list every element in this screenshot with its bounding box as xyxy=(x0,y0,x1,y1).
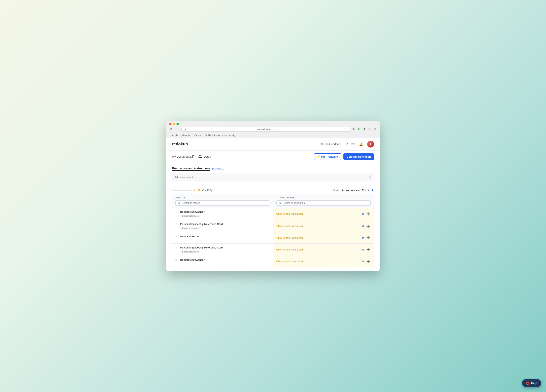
table-row: 5 Bernard Aschwanden Click to add transl… xyxy=(172,256,374,267)
source-search-icon: 🔍 xyxy=(178,202,181,204)
row-2-copy-icon[interactable]: ⧉ xyxy=(361,224,365,228)
table-header: SOURCE 🔍 TRANSLATION 🔍 xyxy=(172,194,374,208)
row-3-source-content: www.adobe.com xyxy=(180,235,270,238)
browser-controls: ⊞ ‹ › xyxy=(169,127,180,131)
row-2-add-icon[interactable]: ➕ xyxy=(365,224,370,228)
share-icon[interactable]: ⬆ xyxy=(363,127,367,132)
row-2-occurrence: 1 more occurrence xyxy=(180,227,200,230)
table-row: 3 www.adobe.com Click to add translation… xyxy=(172,232,374,244)
table-row: 1 Bernard Aschwanden 1 more occurrence C… xyxy=(172,208,374,220)
help-circle-icon: ❓ xyxy=(345,143,348,145)
source-search-wrapper[interactable]: 🔍 xyxy=(176,200,270,206)
row-1-source-content: Bernard Aschwanden 1 more occurrence xyxy=(180,210,270,217)
show-value: All sentences (132) xyxy=(342,189,365,192)
row-3-copy-icon[interactable]: ⧉ xyxy=(361,236,365,240)
row-5-add-icon[interactable]: ➕ xyxy=(365,259,370,264)
translation-table: SOURCE 🔍 TRANSLATION 🔍 xyxy=(172,194,374,267)
app-logo: redokun xyxy=(172,142,188,146)
maximize-button[interactable] xyxy=(176,123,179,125)
envelope-icon: ✉ xyxy=(320,143,323,145)
row-5-source: 5 Bernard Aschwanden xyxy=(172,256,273,267)
bookmark-gofile[interactable]: Gofile - Share...ly and easily xyxy=(205,134,235,137)
bookmark-apple[interactable]: Apple xyxy=(172,134,178,137)
grid-menu-icon[interactable]: ⊞ xyxy=(169,127,173,131)
row-3-translation[interactable]: Click to add translation ⧉ ➕ xyxy=(273,232,374,243)
browser-toolbar: ⊞ ‹ › 🔒 we.redokun.com ↻ ⬇ G ⬆ + ⊞ xyxy=(169,127,377,132)
notes-title: Brief, notes and instructions xyxy=(172,167,210,171)
table-row: 4 Personal Spaceship Reference Card 1 mo… xyxy=(172,244,374,256)
download-icon[interactable]: ⬇ xyxy=(352,127,356,132)
close-button[interactable] xyxy=(169,123,172,125)
row-1-copy-icon[interactable]: ⧉ xyxy=(361,212,365,216)
back-button[interactable]: ‹ xyxy=(174,127,177,131)
row-3-actions: ⧉ ➕ xyxy=(361,236,370,240)
table-row: 2 Personal Spaceship Reference Card 1 mo… xyxy=(172,220,374,232)
row-4-occurrence: 1 more occurrence xyxy=(180,251,200,253)
progress-right: Show: All sentences (132) ▼ ⬇ xyxy=(333,188,374,192)
progress-percent: < 1% xyxy=(194,189,200,192)
comment-input[interactable] xyxy=(175,176,369,179)
help-label: Help xyxy=(350,143,355,145)
send-comment-icon[interactable]: ➤ xyxy=(369,175,371,179)
row-3-translation-placeholder: Click to add translation xyxy=(276,236,360,240)
row-5-copy-icon[interactable]: ⧉ xyxy=(361,259,365,264)
help-button[interactable]: ❓ Help xyxy=(345,143,355,145)
show-dropdown-icon[interactable]: ▼ xyxy=(367,189,370,192)
confirm-translation-button[interactable]: Confirm translation xyxy=(343,153,374,160)
row-4-translation[interactable]: Click to add translation ⧉ ➕ xyxy=(273,244,374,256)
breadcrumb-area: My Document.xliff > 🇳🇱 Dutch ⚡ Pre-Trans… xyxy=(166,151,380,163)
translation-search-input[interactable] xyxy=(283,202,369,204)
breadcrumb-separator: > xyxy=(195,155,197,158)
row-2-source-text: Personal Spaceship Reference Card xyxy=(180,222,270,226)
row-1-source: 1 Bernard Aschwanden 1 more occurrence xyxy=(172,208,273,220)
row-1-translation[interactable]: Click to add translation ⧉ ➕ xyxy=(273,208,374,220)
app-content: redokun ✉ Send feedback ❓ Help 🔔 A My Do… xyxy=(166,138,380,267)
row-2-source: 2 Personal Spaceship Reference Card 1 mo… xyxy=(172,220,273,232)
reload-icon[interactable]: ↻ xyxy=(345,128,347,131)
pre-translate-button[interactable]: ⚡ Pre-Translate xyxy=(314,153,341,160)
new-tab-icon[interactable]: + xyxy=(368,127,371,132)
help-fab-button[interactable]: 🛟 Help xyxy=(522,379,541,387)
collapse-button[interactable]: (Collapse) xyxy=(212,167,224,170)
source-label: SOURCE xyxy=(176,196,270,199)
row-5-translation[interactable]: Click to add translation ⧉ ➕ xyxy=(273,256,374,267)
row-3-number: 3 xyxy=(176,235,178,238)
source-search-input[interactable] xyxy=(182,202,267,204)
row-2-translation[interactable]: Click to add translation ⧉ ➕ xyxy=(273,220,374,232)
row-2-actions: ⧉ ➕ xyxy=(361,224,370,228)
bookmark-google[interactable]: Google xyxy=(182,134,190,137)
grid-view-icon[interactable]: ⊞ xyxy=(373,127,377,132)
forward-button[interactable]: › xyxy=(177,127,180,131)
translation-label: TRANSLATION xyxy=(276,196,371,199)
row-4-number: 4 xyxy=(176,246,178,249)
progress-area: < 1% (0 / 132) Show: All sentences (132)… xyxy=(166,185,380,194)
progress-count: (0 / 132) xyxy=(202,189,212,192)
row-4-actions: ⧉ ➕ xyxy=(361,247,370,252)
notification-bell-icon[interactable]: 🔔 xyxy=(359,142,363,146)
minimize-button[interactable] xyxy=(173,123,175,125)
traffic-lights xyxy=(169,123,377,125)
send-feedback-label: Send feedback xyxy=(324,143,341,145)
row-4-add-icon[interactable]: ➕ xyxy=(365,248,370,252)
comment-input-area[interactable]: ➤ xyxy=(172,173,374,181)
row-4-translation-placeholder: Click to add translation xyxy=(276,248,360,251)
lock-icon: 🔒 xyxy=(184,128,187,130)
row-5-source-content: Bernard Aschwanden xyxy=(180,258,270,262)
avatar[interactable]: A xyxy=(367,141,374,148)
language-name: Dutch xyxy=(204,155,211,158)
app-header-actions: ✉ Send feedback ❓ Help 🔔 A xyxy=(320,141,374,148)
row-1-add-icon[interactable]: ➕ xyxy=(365,212,370,216)
row-2-translation-placeholder: Click to add translation xyxy=(276,225,360,228)
browser-chrome: ⊞ ‹ › 🔒 we.redokun.com ↻ ⬇ G ⬆ + ⊞ Apple… xyxy=(166,121,380,138)
row-4-copy-icon[interactable]: ⧉ xyxy=(361,247,365,252)
translation-search-wrapper[interactable]: 🔍 xyxy=(276,200,371,206)
row-3-add-icon[interactable]: ➕ xyxy=(365,236,370,240)
grammarly-icon[interactable]: G xyxy=(357,127,361,132)
row-1-occurrence: 1 more occurrence xyxy=(180,215,200,217)
help-fab-icon: 🛟 xyxy=(526,382,529,385)
row-4-source-content: Personal Spaceship Reference Card 1 more… xyxy=(180,246,270,253)
filter-icon[interactable]: ⬇ xyxy=(371,188,374,192)
bookmark-yahoo[interactable]: Yahoo xyxy=(194,134,201,137)
send-feedback-button[interactable]: ✉ Send feedback xyxy=(320,143,341,145)
address-bar[interactable]: 🔒 we.redokun.com ↻ xyxy=(182,127,350,132)
